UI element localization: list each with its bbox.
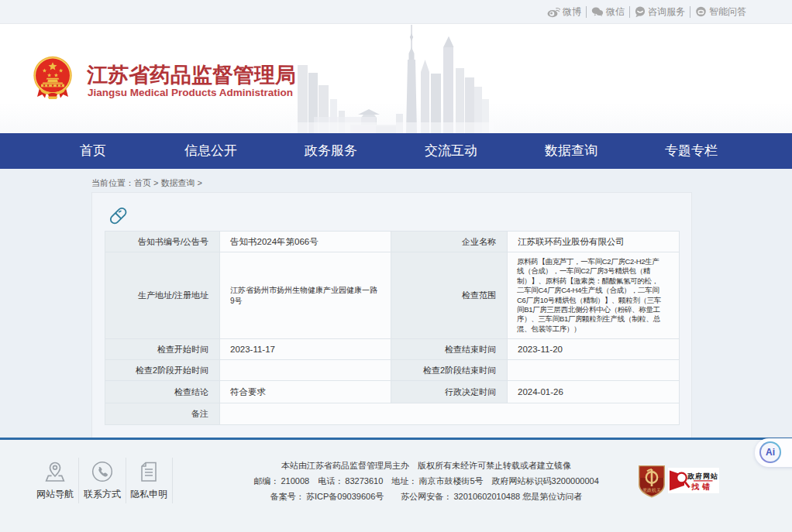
svg-text:政府网站: 政府网站 [687, 472, 718, 480]
svg-text:党政机关: 党政机关 [642, 487, 661, 493]
svg-text:找错: 找错 [690, 482, 713, 491]
